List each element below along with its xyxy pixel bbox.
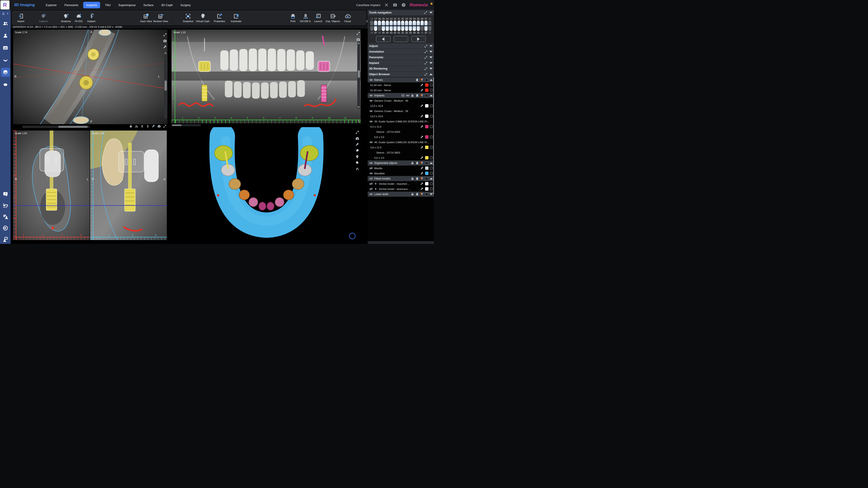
cross-section-viewport-1[interactable]: Scale 1,61 R L 65433456 [13, 131, 90, 240]
tooth-icon-11[interactable] [397, 21, 400, 25]
tooth-number-27[interactable]: 27 [424, 18, 428, 20]
object-row[interactable]: 12,0 x 10,5 [368, 113, 434, 119]
axial-horizontal-scrollbar[interactable] [22, 126, 90, 128]
visibility-checkbox[interactable] [430, 115, 433, 118]
volume-3d-viewport[interactable] [172, 127, 360, 243]
tab-superimpose[interactable]: Superimpose [116, 2, 139, 8]
expand-panel-icon[interactable] [424, 56, 428, 59]
camera-icon[interactable] [355, 136, 359, 140]
chevron-down-icon[interactable] [430, 193, 433, 195]
tooth-icon-38[interactable] [428, 26, 431, 31]
wrench-icon[interactable] [163, 45, 167, 49]
tooth-icon-46[interactable] [378, 26, 381, 31]
fit-ios-button[interactable]: Fit IOS [72, 13, 85, 23]
object-row[interactable]: Generic Crown - Medium : 36 [368, 108, 434, 113]
tooth-icon-37[interactable] [424, 26, 428, 31]
sidebar-item-user-chat[interactable] [1, 235, 10, 244]
tooth-icon-47[interactable] [374, 26, 377, 31]
flip-icon[interactable] [135, 124, 138, 129]
anatomy-button[interactable]: Anatomy [60, 13, 72, 23]
arch-icon[interactable] [355, 167, 359, 171]
implant-tool-icon[interactable] [146, 124, 150, 129]
chevron-up-icon[interactable] [429, 73, 433, 75]
panoramic-horizontal-scrollbar[interactable] [172, 124, 201, 126]
tooth-icon-24[interactable] [413, 21, 416, 25]
tooth-number-45[interactable]: 45 [381, 31, 385, 34]
tooth-number-22[interactable]: 22 [405, 18, 408, 20]
sidebar-item-user-notes[interactable] [1, 212, 10, 221]
sidebar-item-workflow[interactable] [1, 201, 10, 210]
object-row[interactable]: Dental model - Imported ... [368, 181, 434, 186]
tooth-icon-15[interactable] [382, 21, 385, 25]
panel-scrollbar[interactable] [433, 77, 434, 195]
tooth-number-33[interactable]: 33 [409, 31, 412, 34]
tab-implants[interactable]: Implants [83, 2, 100, 8]
tooth-number-21[interactable]: 21 [401, 18, 404, 20]
expand-icon[interactable] [355, 130, 359, 134]
object-row[interactable]: Dental model - skannaus ... [368, 186, 434, 192]
restore-view-button[interactable]: Restore View [152, 13, 169, 23]
tooth-number-34[interactable]: 34 [412, 31, 416, 34]
camera-icon[interactable] [157, 124, 161, 129]
visibility-checkbox[interactable] [430, 104, 433, 107]
next-tooth-button[interactable] [411, 36, 426, 42]
visibility-checkbox[interactable] [425, 193, 428, 196]
tooth-number-17[interactable]: 17 [374, 18, 377, 20]
tooth-number-47[interactable]: 47 [374, 31, 377, 34]
color-swatch[interactable] [425, 187, 429, 191]
tooth-icon-45[interactable] [382, 26, 385, 31]
tooth-icon-13[interactable] [390, 21, 393, 25]
object-row[interactable]: 46: Guide System CAMLOG SCREW-LINE Pr... [368, 139, 434, 145]
tooth-number-38[interactable]: 38 [428, 31, 432, 34]
cross-section-viewport-2[interactable]: Scale 1,69 P A 456 [90, 131, 167, 240]
implant-button[interactable]: Implant [85, 13, 98, 23]
virtual-ceph-button[interactable]: Virtual Ceph [194, 13, 211, 23]
exp-objects-button[interactable]: STLExp. Objects [324, 13, 341, 23]
sidebar-item-sign-in[interactable] [1, 224, 10, 233]
object-group-row[interactable]: Segmented objects [368, 160, 434, 165]
tooth-number-15[interactable]: 15 [381, 18, 385, 20]
tab-panoramic[interactable]: Panoramic [61, 2, 81, 8]
tooth-icon-43[interactable] [390, 26, 393, 31]
tooth-number-12[interactable]: 12 [393, 18, 397, 20]
tooth-number-24[interactable]: 24 [412, 18, 416, 20]
wrench-icon[interactable] [355, 142, 359, 147]
tooth-icon-28[interactable] [428, 21, 431, 25]
tooth-icon-36[interactable] [421, 26, 424, 31]
panoramic-scrollbar[interactable] [357, 41, 360, 109]
section-header-adjust[interactable]: Adjust [368, 43, 434, 49]
cloud-button[interactable]: Cloud [341, 13, 354, 23]
object-group-row[interactable]: Implants [368, 93, 434, 98]
curve-icon[interactable] [140, 124, 144, 129]
sidebar-expand-icon[interactable] [6, 11, 10, 16]
tooth-icon-42[interactable] [394, 26, 397, 31]
color-swatch[interactable] [425, 145, 429, 149]
color-swatch[interactable] [425, 172, 429, 175]
tab-explorer[interactable]: Explorer [43, 2, 60, 8]
color-swatch[interactable] [425, 115, 429, 118]
tab-surface[interactable]: Surface [140, 2, 156, 8]
chevron-up-icon[interactable] [430, 178, 433, 180]
tab-3d-ceph[interactable]: 3D Ceph [158, 2, 176, 8]
import-button[interactable]: Import [14, 13, 27, 23]
tooth-icon-17[interactable] [374, 21, 377, 25]
tab-surgery[interactable]: Surgery [177, 2, 194, 8]
chevron-down-icon[interactable] [429, 51, 433, 53]
object-row[interactable]: Sleeve - J3714.4303 [368, 129, 434, 134]
object-row[interactable]: 01,50 mm - Nerve [368, 88, 434, 93]
tooth-icon-32[interactable] [405, 26, 408, 31]
romexis-logo-icon[interactable]: R [0, 0, 9, 9]
object-group-row[interactable]: Fitted models [368, 176, 434, 181]
tooth-icon-35[interactable] [417, 26, 420, 31]
tooth-number-42[interactable]: 42 [393, 31, 397, 34]
object-row[interactable]: 5,6 x 3,0 [368, 134, 434, 139]
video-tutorial-icon[interactable] [393, 2, 398, 7]
object-row[interactable]: Mandible [368, 171, 434, 176]
tooth-icon-33[interactable] [409, 26, 412, 31]
chevron-up-icon[interactable] [430, 79, 433, 81]
save-view-button[interactable]: Save View [140, 13, 152, 23]
camera-icon[interactable] [356, 37, 360, 41]
expand-panel-icon[interactable] [424, 67, 428, 70]
tooth-number-28[interactable]: 28 [428, 18, 432, 20]
object-row[interactable]: Sleeve - J3714.3803 [368, 150, 434, 155]
